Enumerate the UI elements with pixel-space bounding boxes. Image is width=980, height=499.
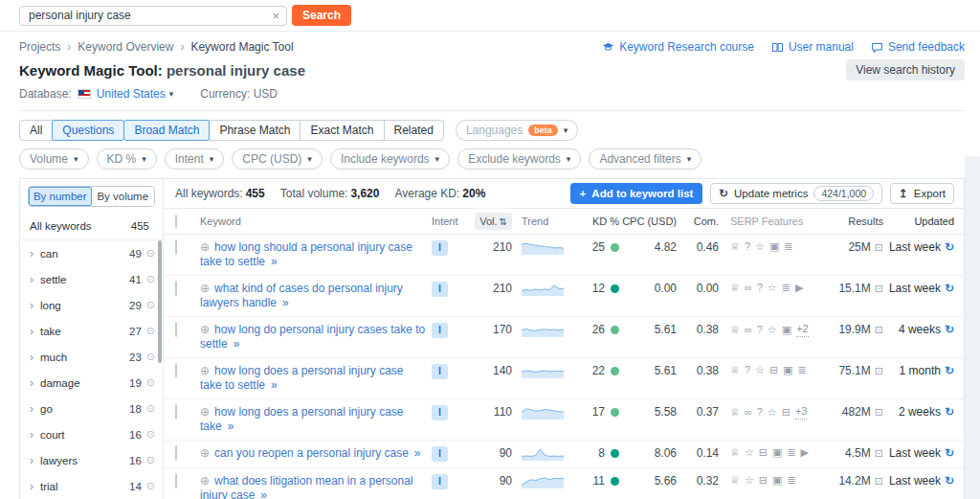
sidebar-scrollbar[interactable]	[158, 240, 162, 363]
plus-circle-icon[interactable]: ⊕	[200, 240, 210, 254]
refresh-icon[interactable]: ↻	[945, 323, 954, 336]
column-header-keyword[interactable]: Keyword	[200, 215, 432, 227]
column-header-serp-features[interactable]: SERP Features	[719, 215, 814, 227]
filter-exclude-keywords[interactable]: Exclude keywords▾	[457, 148, 581, 170]
sidebar-item-can[interactable]: ›can49⊙	[20, 240, 163, 266]
clear-icon[interactable]: ×	[272, 10, 279, 22]
sort-icon[interactable]: ⇅	[500, 216, 507, 227]
all-keywords-row[interactable]: All keywords 455	[20, 213, 163, 240]
tab-exact-match[interactable]: Exact Match	[300, 120, 384, 141]
column-header-vol[interactable]: Vol.⇅	[466, 215, 512, 227]
sidebar-item-settle[interactable]: ›settle41⊙	[20, 266, 163, 292]
breadcrumb-item-keyword-magic-tool[interactable]: Keyword Magic Tool	[190, 40, 293, 54]
eye-icon[interactable]: ⊙	[146, 376, 155, 389]
tab-questions[interactable]: Questions	[52, 120, 124, 141]
column-header-cpc-usd[interactable]: CPC (USD)	[619, 215, 677, 227]
sort-toggle-by-volume[interactable]: By volume	[92, 187, 155, 206]
row-checkbox[interactable]	[175, 404, 177, 420]
select-all-checkbox[interactable]	[175, 215, 177, 228]
search-button[interactable]: Search	[292, 5, 351, 26]
sidebar-item-lawyers[interactable]: ›lawyers16⊙	[20, 447, 163, 473]
row-checkbox[interactable]	[175, 281, 177, 296]
column-header-results[interactable]: Results	[814, 215, 883, 227]
sidebar-item-long[interactable]: ›long29⊙	[20, 292, 163, 318]
eye-icon[interactable]: ⊙	[146, 247, 155, 260]
tab-related[interactable]: Related	[384, 120, 444, 141]
column-header-intent[interactable]: Intent	[432, 215, 466, 227]
serp-preview-icon[interactable]: ⊡	[875, 406, 883, 418]
sidebar-item-take[interactable]: ›take27⊙	[20, 318, 163, 344]
keyword-link[interactable]: ⊕can you reopen a personal injury case»	[200, 446, 421, 460]
double-arrow-icon[interactable]: »	[228, 420, 234, 433]
plus-circle-icon[interactable]: ⊕	[200, 446, 210, 460]
sidebar-item-court[interactable]: ›court16⊙	[20, 421, 163, 447]
serp-preview-icon[interactable]: ⊡	[875, 283, 883, 294]
row-checkbox[interactable]	[175, 363, 177, 378]
double-arrow-icon[interactable]: »	[260, 488, 267, 499]
plus-circle-icon[interactable]: ⊕	[200, 474, 210, 488]
tab-broad-match[interactable]: Broad Match	[123, 120, 210, 141]
plus-circle-icon[interactable]: ⊕	[200, 323, 210, 336]
row-checkbox[interactable]	[175, 322, 177, 337]
sort-toggle-by-number[interactable]: By number	[29, 187, 92, 206]
serp-extra-count[interactable]: +2	[796, 323, 809, 337]
keyword-link[interactable]: ⊕how long should a personal injury case …	[200, 240, 412, 268]
row-checkbox[interactable]	[175, 473, 177, 488]
eye-icon[interactable]: ⊙	[146, 325, 155, 337]
sidebar-item-much[interactable]: ›much23⊙	[20, 344, 163, 370]
filter-cpc-usd[interactable]: CPC (USD)▾	[232, 148, 323, 170]
serp-preview-icon[interactable]: ⊡	[875, 241, 883, 253]
page-scrollbar-track[interactable]	[965, 156, 980, 499]
keyword-link[interactable]: ⊕how long does a personal injury case ta…	[200, 405, 404, 433]
tab-all[interactable]: All	[19, 120, 53, 141]
sidebar-item-damage[interactable]: ›damage19⊙	[20, 370, 163, 396]
keyword-link[interactable]: ⊕how long do personal injury cases take …	[200, 323, 425, 351]
refresh-icon[interactable]: ↻	[945, 474, 954, 488]
plus-circle-icon[interactable]: ⊕	[200, 282, 210, 295]
languages-dropdown[interactable]: Languages beta ▾	[456, 120, 578, 141]
view-search-history-button[interactable]: View search history	[846, 59, 965, 80]
eye-icon[interactable]: ⊙	[146, 351, 155, 363]
eye-icon[interactable]: ⊙	[146, 273, 155, 285]
add-to-keyword-list-button[interactable]: + Add to keyword list	[570, 183, 703, 204]
breadcrumb-item-keyword-overview[interactable]: Keyword Overview	[78, 40, 173, 54]
eye-icon[interactable]: ⊙	[146, 428, 155, 441]
keyword-link[interactable]: ⊕how long does a personal injury case ta…	[200, 364, 404, 392]
column-header-trend[interactable]: Trend	[512, 215, 566, 227]
filter-intent[interactable]: Intent▾	[165, 148, 225, 170]
double-arrow-icon[interactable]: »	[234, 337, 240, 351]
refresh-icon[interactable]: ↻	[945, 282, 954, 295]
serp-preview-icon[interactable]: ⊡	[875, 475, 883, 487]
keyword-link[interactable]: ⊕what does litigation mean in a personal…	[200, 474, 413, 499]
double-arrow-icon[interactable]: »	[414, 446, 421, 460]
export-button[interactable]: ↥ Export	[890, 183, 954, 204]
eye-icon[interactable]: ⊙	[146, 480, 155, 492]
tab-phrase-match[interactable]: Phrase Match	[209, 120, 301, 141]
keyword-link[interactable]: ⊕what kind of cases do personal injury l…	[200, 282, 403, 309]
filter-kd[interactable]: KD %▾	[97, 148, 157, 170]
refresh-icon[interactable]: ↻	[945, 364, 954, 377]
header-link-keyword-research-course[interactable]: Keyword Research course	[602, 40, 754, 54]
row-checkbox[interactable]	[175, 445, 177, 461]
refresh-icon[interactable]: ↻	[945, 446, 954, 460]
column-header-updated[interactable]: Updated	[883, 215, 964, 227]
refresh-icon[interactable]: ↻	[945, 240, 954, 254]
breadcrumb-item-projects[interactable]: Projects	[19, 40, 60, 54]
filter-include-keywords[interactable]: Include keywords▾	[330, 148, 450, 170]
plus-circle-icon[interactable]: ⊕	[200, 364, 210, 377]
update-metrics-button[interactable]: ↻ Update metrics 424/1,000	[710, 183, 882, 204]
double-arrow-icon[interactable]: »	[271, 255, 278, 268]
column-header-kd[interactable]: KD %	[566, 215, 619, 227]
eye-icon[interactable]: ⊙	[146, 402, 155, 415]
filter-advanced-filters[interactable]: Advanced filters▾	[589, 148, 702, 170]
refresh-icon[interactable]: ↻	[945, 405, 954, 419]
serp-preview-icon[interactable]: ⊡	[875, 447, 883, 459]
plus-circle-icon[interactable]: ⊕	[200, 405, 210, 419]
double-arrow-icon[interactable]: »	[282, 296, 289, 309]
header-link-send-feedback[interactable]: Send feedback	[871, 40, 965, 54]
serp-preview-icon[interactable]: ⊡	[875, 324, 883, 335]
serp-preview-icon[interactable]: ⊡	[875, 365, 883, 376]
eye-icon[interactable]: ⊙	[146, 454, 155, 466]
double-arrow-icon[interactable]: »	[271, 378, 278, 392]
sidebar-item-trial[interactable]: ›trial14⊙	[20, 473, 163, 499]
